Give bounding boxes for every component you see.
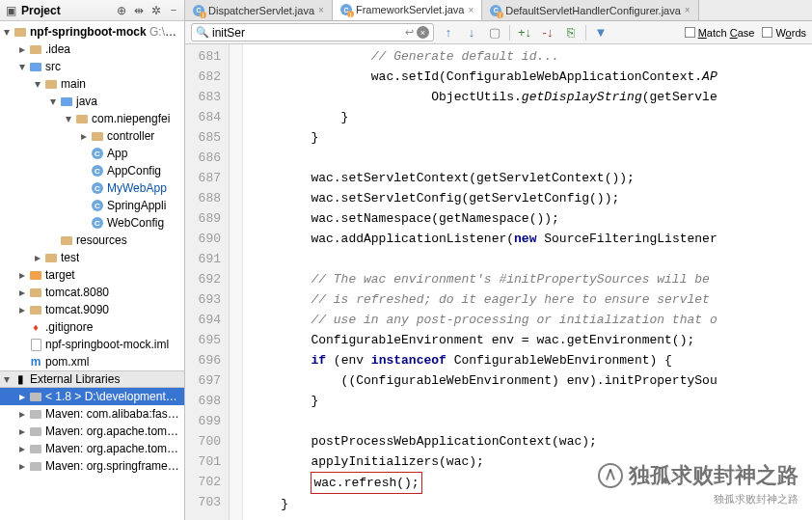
words-checkbox[interactable]: Words (762, 27, 806, 39)
project-icon: ▣ (4, 4, 17, 17)
tree-item-package[interactable]: ▾com.niepengfei (0, 110, 184, 127)
tree-item-tomcat9090[interactable]: ▸tomcat.9090 (0, 301, 184, 318)
close-icon[interactable]: × (468, 5, 474, 15)
editor-area: CDispatcherServlet.java× CFrameworkServl… (185, 0, 812, 520)
tree-item-gitignore[interactable]: ▸♦.gitignore (0, 318, 184, 336)
search-input[interactable] (212, 26, 402, 40)
chevron-down-icon[interactable]: ▾ (64, 114, 73, 123)
tree-item-maven2[interactable]: ▸Maven: org.apache.tomcat. (0, 423, 184, 440)
sidebar-title: Project (21, 4, 111, 17)
chevron-right-icon[interactable]: ▸ (17, 461, 27, 471)
chevron-down-icon[interactable]: ▾ (33, 79, 42, 89)
select-all-icon[interactable]: ▢ (486, 24, 503, 41)
java-class-icon: C (193, 5, 204, 16)
tree-item-iml[interactable]: ▸npf-springboot-mock.iml (0, 336, 184, 353)
match-case-checkbox[interactable]: Match Case (685, 27, 755, 39)
chevron-right-icon[interactable]: ▸ (17, 409, 27, 419)
tree-item-maven3[interactable]: ▸Maven: org.apache.tomcat. (0, 440, 184, 457)
tab-framework[interactable]: CFrameworkServlet.java× (333, 0, 482, 21)
tree-item-mywebapp[interactable]: ▸CMyWebApp (0, 179, 184, 197)
close-icon[interactable]: × (685, 5, 690, 15)
tree-item-app[interactable]: ▸CApp (0, 145, 184, 162)
remove-selection-icon[interactable]: -↓ (539, 24, 556, 41)
tree-item-idea[interactable]: ▸.idea (0, 41, 184, 58)
java-class-icon: C (340, 4, 352, 15)
tree-item-webconfig[interactable]: ▸CWebConfig (0, 214, 184, 232)
tree-item-jdk[interactable]: ▸< 1.8 > D:\development ins (0, 388, 184, 405)
chevron-right-icon[interactable]: ▸ (17, 44, 27, 54)
close-icon[interactable]: × (318, 5, 324, 15)
tree-item-controller[interactable]: ▸controller (0, 127, 184, 145)
chevron-down-icon[interactable]: ▾ (48, 96, 58, 106)
chevron-right-icon[interactable]: ▸ (17, 305, 27, 315)
chevron-right-icon[interactable]: ▸ (33, 253, 42, 262)
search-nav: ↑ ↓ ▢ +↓ -↓ ⎘ ▼ (440, 24, 609, 41)
tree-external-libraries[interactable]: ▾▮External Libraries (0, 370, 184, 388)
tree-item-pom[interactable]: ▸mpom.xml (0, 353, 184, 370)
chevron-down-icon[interactable]: ▾ (2, 374, 12, 384)
select-all-occurrences-icon[interactable]: ⎘ (562, 24, 580, 41)
clear-icon[interactable]: × (417, 26, 429, 39)
project-tree[interactable]: ▾npf-springboot-mock G:\sou ▸.idea ▾src … (0, 21, 184, 520)
tree-item-tomcat8080[interactable]: ▸tomcat.8080 (0, 284, 184, 301)
marker-column (230, 44, 243, 520)
editor-tabs: CDispatcherServlet.java× CFrameworkServl… (185, 0, 812, 21)
history-icon[interactable]: ↩ (405, 26, 414, 39)
tree-item-springappli[interactable]: ▸CSpringAppli (0, 197, 184, 214)
find-toolbar: 🔍 ↩ × ↑ ↓ ▢ +↓ -↓ ⎘ ▼ Match Case Words (185, 21, 812, 44)
target-icon[interactable]: ⊕ (115, 4, 128, 17)
chevron-right-icon[interactable]: ▸ (17, 444, 27, 453)
line-gutter: 681 682 683 684 685 686 687 688 689 690 … (185, 44, 230, 520)
tree-item-appconfig[interactable]: ▸CAppConfig (0, 162, 184, 179)
chevron-right-icon[interactable]: ▸ (17, 270, 27, 280)
tree-item-resources[interactable]: ▸resources (0, 232, 184, 249)
gear-icon[interactable]: ✲ (149, 4, 163, 17)
tree-item-maven4[interactable]: ▸Maven: org.springframewor (0, 457, 184, 475)
filter-icon[interactable]: ▼ (592, 24, 609, 41)
hide-icon[interactable]: － (167, 4, 180, 17)
prev-match-icon[interactable]: ↑ (440, 24, 457, 41)
tree-item-test[interactable]: ▸test (0, 249, 184, 266)
tab-default-servlet[interactable]: CDefaultServletHandlerConfigurer.java× (482, 0, 698, 20)
tree-root[interactable]: ▾npf-springboot-mock G:\sou (0, 23, 184, 41)
tree-item-src[interactable]: ▾src (0, 58, 184, 75)
chevron-down-icon[interactable]: ▾ (17, 62, 27, 71)
libraries-icon: ▮ (14, 372, 27, 386)
git-icon: ♦ (29, 320, 42, 334)
add-selection-icon[interactable]: +↓ (516, 24, 533, 41)
tree-item-maven1[interactable]: ▸Maven: com.alibaba:fastjsor (0, 405, 184, 423)
code-content[interactable]: // Generate default id... wac.setId(Conf… (243, 44, 812, 520)
search-field[interactable]: 🔍 ↩ × (191, 23, 434, 41)
tab-dispatcher[interactable]: CDispatcherServlet.java× (185, 0, 333, 20)
highlighted-refresh: wac.refresh(); (311, 472, 421, 494)
chevron-right-icon[interactable]: ▸ (17, 426, 27, 436)
next-match-icon[interactable]: ↓ (463, 24, 480, 41)
tree-item-main[interactable]: ▾main (0, 75, 184, 93)
project-sidebar: ▣ Project ⊕ ⇹ ✲ － ▾npf-springboot-mock G… (0, 0, 185, 520)
chevron-right-icon[interactable]: ▸ (17, 392, 27, 401)
tree-item-java[interactable]: ▾java (0, 93, 184, 110)
chevron-right-icon[interactable]: ▸ (17, 287, 27, 297)
tree-item-target[interactable]: ▸target (0, 266, 184, 284)
sidebar-header: ▣ Project ⊕ ⇹ ✲ － (0, 0, 184, 21)
chevron-right-icon[interactable]: ▸ (79, 131, 89, 141)
chevron-down-icon[interactable]: ▾ (2, 27, 12, 37)
java-class-icon: C (490, 5, 501, 16)
search-icon: 🔍 (196, 26, 209, 39)
code-editor[interactable]: 681 682 683 684 685 686 687 688 689 690 … (185, 44, 812, 520)
collapse-icon[interactable]: ⇹ (132, 4, 146, 17)
